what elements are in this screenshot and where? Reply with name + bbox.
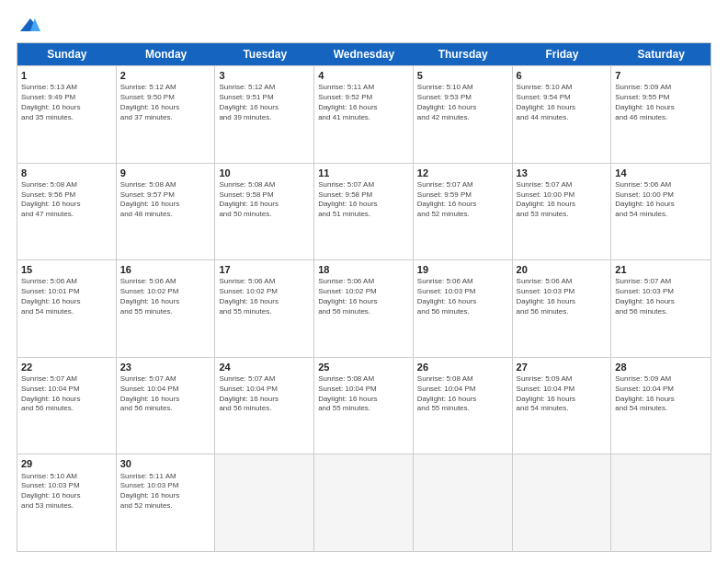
day-number: 3 bbox=[219, 69, 310, 82]
day-number: 22 bbox=[21, 361, 112, 373]
calendar-cell bbox=[414, 454, 513, 551]
day-number: 10 bbox=[219, 167, 310, 179]
day-info: Sunrise: 5:10 AM Sunset: 10:03 PM Daylig… bbox=[21, 472, 112, 511]
header-saturday: Saturday bbox=[611, 43, 711, 65]
calendar-cell: 3Sunrise: 5:12 AM Sunset: 9:51 PM Daylig… bbox=[215, 66, 314, 163]
header-sunday: Sunday bbox=[17, 43, 117, 65]
header-thursday: Thursday bbox=[414, 43, 513, 65]
calendar-row: 29Sunrise: 5:10 AM Sunset: 10:03 PM Dayl… bbox=[17, 454, 711, 551]
calendar-cell: 6Sunrise: 5:10 AM Sunset: 9:54 PM Daylig… bbox=[513, 66, 612, 163]
calendar-cell: 2Sunrise: 5:12 AM Sunset: 9:50 PM Daylig… bbox=[117, 66, 216, 163]
day-info: Sunrise: 5:08 AM Sunset: 10:04 PM Daylig… bbox=[417, 374, 508, 414]
day-number: 23 bbox=[120, 361, 211, 373]
calendar-cell: 10Sunrise: 5:08 AM Sunset: 9:58 PM Dayli… bbox=[215, 164, 314, 260]
calendar-header: Sunday Monday Tuesday Wednesday Thursday… bbox=[17, 43, 711, 65]
day-info: Sunrise: 5:06 AM Sunset: 10:02 PM Daylig… bbox=[120, 277, 211, 316]
calendar-cell: 15Sunrise: 5:06 AM Sunset: 10:01 PM Dayl… bbox=[17, 260, 117, 357]
day-info: Sunrise: 5:06 AM Sunset: 10:02 PM Daylig… bbox=[219, 277, 310, 316]
day-info: Sunrise: 5:08 AM Sunset: 10:04 PM Daylig… bbox=[318, 374, 409, 414]
day-number: 13 bbox=[517, 167, 608, 179]
calendar-cell: 7Sunrise: 5:09 AM Sunset: 9:55 PM Daylig… bbox=[611, 66, 711, 163]
day-info: Sunrise: 5:06 AM Sunset: 10:03 PM Daylig… bbox=[517, 277, 608, 316]
header-tuesday: Tuesday bbox=[215, 43, 314, 65]
header-monday: Monday bbox=[117, 43, 216, 65]
calendar-row: 15Sunrise: 5:06 AM Sunset: 10:01 PM Dayl… bbox=[17, 259, 711, 357]
day-info: Sunrise: 5:07 AM Sunset: 10:04 PM Daylig… bbox=[120, 374, 211, 414]
calendar-cell: 4Sunrise: 5:11 AM Sunset: 9:52 PM Daylig… bbox=[314, 66, 414, 163]
calendar-cell: 1Sunrise: 5:13 AM Sunset: 9:49 PM Daylig… bbox=[17, 66, 117, 163]
calendar-cell: 26Sunrise: 5:08 AM Sunset: 10:04 PM Dayl… bbox=[414, 358, 513, 454]
day-number: 17 bbox=[219, 263, 310, 276]
calendar-cell: 25Sunrise: 5:08 AM Sunset: 10:04 PM Dayl… bbox=[314, 358, 414, 454]
day-number: 4 bbox=[318, 69, 409, 82]
calendar-cell: 18Sunrise: 5:06 AM Sunset: 10:02 PM Dayl… bbox=[314, 260, 414, 357]
calendar-cell: 9Sunrise: 5:08 AM Sunset: 9:57 PM Daylig… bbox=[117, 164, 216, 260]
calendar-body: 1Sunrise: 5:13 AM Sunset: 9:49 PM Daylig… bbox=[17, 65, 711, 551]
day-number: 21 bbox=[615, 263, 707, 276]
day-number: 14 bbox=[615, 167, 707, 179]
day-info: Sunrise: 5:08 AM Sunset: 9:58 PM Dayligh… bbox=[219, 180, 310, 220]
logo-icon bbox=[20, 17, 40, 33]
day-number: 19 bbox=[417, 263, 508, 276]
calendar-cell: 24Sunrise: 5:07 AM Sunset: 10:04 PM Dayl… bbox=[215, 358, 314, 454]
day-number: 11 bbox=[318, 167, 409, 179]
day-number: 20 bbox=[517, 263, 608, 276]
day-number: 8 bbox=[21, 167, 112, 179]
day-info: Sunrise: 5:08 AM Sunset: 9:56 PM Dayligh… bbox=[21, 180, 112, 220]
calendar-cell bbox=[215, 454, 314, 551]
calendar-cell: 14Sunrise: 5:06 AM Sunset: 10:00 PM Dayl… bbox=[611, 164, 711, 260]
day-number: 26 bbox=[417, 361, 508, 373]
day-info: Sunrise: 5:11 AM Sunset: 9:52 PM Dayligh… bbox=[318, 83, 409, 122]
day-info: Sunrise: 5:08 AM Sunset: 9:57 PM Dayligh… bbox=[120, 180, 211, 220]
day-number: 9 bbox=[120, 167, 211, 179]
day-info: Sunrise: 5:09 AM Sunset: 10:04 PM Daylig… bbox=[517, 374, 608, 414]
day-info: Sunrise: 5:13 AM Sunset: 9:49 PM Dayligh… bbox=[21, 83, 112, 122]
header-wednesday: Wednesday bbox=[314, 43, 414, 65]
calendar-cell: 5Sunrise: 5:10 AM Sunset: 9:53 PM Daylig… bbox=[414, 66, 513, 163]
day-info: Sunrise: 5:09 AM Sunset: 9:55 PM Dayligh… bbox=[615, 83, 707, 122]
calendar-cell: 19Sunrise: 5:06 AM Sunset: 10:03 PM Dayl… bbox=[414, 260, 513, 357]
calendar-cell: 28Sunrise: 5:09 AM Sunset: 10:04 PM Dayl… bbox=[611, 358, 711, 454]
calendar-cell: 23Sunrise: 5:07 AM Sunset: 10:04 PM Dayl… bbox=[117, 358, 216, 454]
day-number: 18 bbox=[318, 263, 409, 276]
day-number: 15 bbox=[21, 263, 112, 276]
calendar-cell: 27Sunrise: 5:09 AM Sunset: 10:04 PM Dayl… bbox=[513, 358, 612, 454]
day-info: Sunrise: 5:10 AM Sunset: 9:54 PM Dayligh… bbox=[517, 83, 608, 122]
day-info: Sunrise: 5:07 AM Sunset: 10:04 PM Daylig… bbox=[219, 374, 310, 414]
day-info: Sunrise: 5:07 AM Sunset: 10:03 PM Daylig… bbox=[615, 277, 707, 316]
day-number: 24 bbox=[219, 361, 310, 373]
day-number: 25 bbox=[318, 361, 409, 373]
calendar-cell: 16Sunrise: 5:06 AM Sunset: 10:02 PM Dayl… bbox=[117, 260, 216, 357]
day-number: 1 bbox=[21, 69, 112, 82]
header-friday: Friday bbox=[513, 43, 612, 65]
day-info: Sunrise: 5:06 AM Sunset: 10:02 PM Daylig… bbox=[318, 277, 409, 316]
day-number: 7 bbox=[615, 69, 707, 82]
day-info: Sunrise: 5:12 AM Sunset: 9:51 PM Dayligh… bbox=[219, 83, 310, 122]
calendar-cell: 22Sunrise: 5:07 AM Sunset: 10:04 PM Dayl… bbox=[17, 358, 117, 454]
calendar-cell bbox=[314, 454, 414, 551]
calendar-cell: 17Sunrise: 5:06 AM Sunset: 10:02 PM Dayl… bbox=[215, 260, 314, 357]
day-number: 16 bbox=[120, 263, 211, 276]
day-number: 27 bbox=[517, 361, 608, 373]
day-info: Sunrise: 5:06 AM Sunset: 10:03 PM Daylig… bbox=[417, 277, 508, 316]
calendar-cell: 12Sunrise: 5:07 AM Sunset: 9:59 PM Dayli… bbox=[414, 164, 513, 260]
day-info: Sunrise: 5:07 AM Sunset: 9:58 PM Dayligh… bbox=[318, 180, 409, 220]
calendar-row: 8Sunrise: 5:08 AM Sunset: 9:56 PM Daylig… bbox=[17, 163, 711, 260]
logo bbox=[17, 17, 40, 33]
day-info: Sunrise: 5:12 AM Sunset: 9:50 PM Dayligh… bbox=[120, 83, 211, 122]
day-info: Sunrise: 5:07 AM Sunset: 10:04 PM Daylig… bbox=[21, 374, 112, 414]
calendar-cell: 11Sunrise: 5:07 AM Sunset: 9:58 PM Dayli… bbox=[314, 164, 414, 260]
day-number: 28 bbox=[615, 361, 707, 373]
day-number: 6 bbox=[517, 69, 608, 82]
calendar-cell: 29Sunrise: 5:10 AM Sunset: 10:03 PM Dayl… bbox=[17, 454, 117, 551]
calendar-cell: 21Sunrise: 5:07 AM Sunset: 10:03 PM Dayl… bbox=[611, 260, 711, 357]
day-number: 29 bbox=[21, 457, 112, 470]
calendar-row: 22Sunrise: 5:07 AM Sunset: 10:04 PM Dayl… bbox=[17, 357, 711, 454]
calendar-row: 1Sunrise: 5:13 AM Sunset: 9:49 PM Daylig… bbox=[17, 65, 711, 163]
day-info: Sunrise: 5:06 AM Sunset: 10:01 PM Daylig… bbox=[21, 277, 112, 316]
day-number: 30 bbox=[120, 457, 211, 470]
day-number: 5 bbox=[417, 69, 508, 82]
calendar-cell bbox=[513, 454, 612, 551]
day-number: 12 bbox=[417, 167, 508, 179]
day-info: Sunrise: 5:09 AM Sunset: 10:04 PM Daylig… bbox=[615, 374, 707, 414]
